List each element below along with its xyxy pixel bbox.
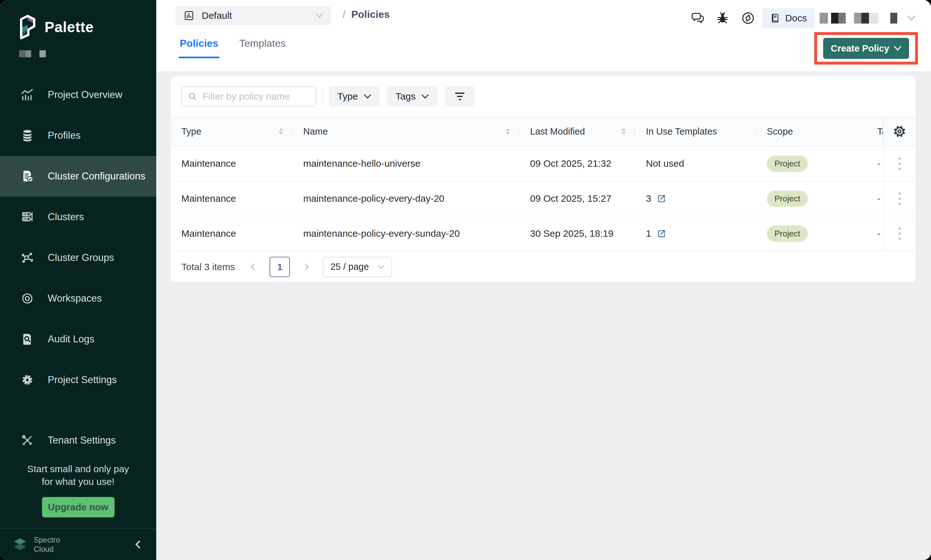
tab-templates[interactable]: Templates	[239, 37, 286, 58]
sidebar-item-label: Tenant Settings	[48, 435, 116, 446]
last-modified: 30 Sep 2025, 18:19	[530, 228, 614, 239]
tags-value-clipped: -	[877, 193, 880, 204]
external-link-icon	[656, 228, 666, 238]
redacted-block	[854, 13, 878, 23]
table-row[interactable]: Maintenance maintenance-policy-every-sun…	[171, 216, 916, 251]
chevron-down-icon	[315, 13, 323, 18]
sidebar-item-label: Profiles	[48, 130, 80, 141]
current-page-button[interactable]: 1	[269, 257, 290, 277]
sidebar-item-label: Project Overview	[48, 89, 122, 100]
spectro-cloud-logo-icon	[13, 537, 28, 552]
sidebar-item-clusters[interactable]: Clusters	[0, 197, 156, 237]
column-header-type[interactable]: Type	[182, 117, 292, 146]
last-modified: 09 Oct 2025, 15:27	[530, 193, 611, 204]
row-actions-menu[interactable]	[899, 228, 901, 240]
sidebar-nav: Project Overview Profiles	[0, 74, 156, 461]
table-header: Type Name Last Modified	[171, 117, 916, 146]
sidebar-item-label: Workspaces	[48, 293, 102, 304]
sidebar-item-cluster-groups[interactable]: Cluster Groups	[0, 237, 156, 278]
in-use-templates-link[interactable]: 1	[646, 228, 666, 239]
redacted-block	[831, 13, 846, 23]
main-area: Default / Policies	[156, 0, 931, 560]
create-policy-button[interactable]: Create Policy	[823, 38, 909, 59]
topbar: Default / Policies	[156, 0, 931, 71]
filter-icon-button[interactable]	[445, 86, 475, 106]
external-link-icon	[656, 194, 666, 204]
report-bug-icon[interactable]	[716, 11, 729, 25]
column-header-tags-clipped: Tags	[877, 117, 883, 146]
search-icon	[188, 92, 197, 101]
search-input[interactable]	[202, 91, 310, 102]
next-page-chevron-icon[interactable]	[302, 263, 309, 270]
sidebar-item-audit-logs[interactable]: Audit Logs	[0, 319, 156, 360]
row-actions-menu[interactable]	[899, 157, 901, 170]
policy-search-box[interactable]	[182, 86, 316, 106]
redacted-block	[40, 50, 46, 57]
scope-badge: Project	[767, 226, 808, 242]
sort-icon[interactable]	[622, 128, 626, 135]
project-redacted-info	[19, 50, 156, 57]
sidebar-item-label: Audit Logs	[48, 334, 94, 345]
user-menu-chevron-icon[interactable]	[907, 15, 916, 21]
sidebar-item-project-settings[interactable]: Project Settings	[0, 360, 156, 400]
pagination-total: Total 3 items	[182, 262, 235, 272]
document-search-icon	[20, 332, 35, 347]
filter-icon	[455, 92, 465, 94]
palette-logo[interactable]: Palette	[0, 0, 156, 40]
feedback-chat-icon[interactable]	[691, 11, 705, 25]
page-size-select[interactable]: 25 / page	[323, 257, 392, 277]
policy-name: maintenance-hello-universe	[303, 158, 421, 169]
tab-bar: Policies Templates	[180, 37, 286, 58]
redacted-block	[820, 13, 828, 23]
scope-badge: Project	[767, 155, 808, 172]
tab-policies[interactable]: Policies	[180, 37, 218, 58]
tags-value-clipped: -	[877, 228, 880, 239]
redacted-block	[19, 50, 31, 57]
tools-icon	[20, 433, 35, 448]
policy-name: maintenance-policy-every-sunday-20	[303, 228, 460, 239]
in-use-value: 1	[646, 228, 651, 239]
in-use-value: 3	[646, 193, 651, 204]
docs-button[interactable]: Docs	[762, 8, 814, 28]
app-window: Palette Project Overview	[0, 0, 931, 560]
collapse-sidebar-chevron-icon[interactable]	[135, 540, 143, 548]
column-settings-button[interactable]	[883, 117, 916, 146]
sidebar-item-label: Clusters	[48, 211, 84, 223]
sidebar-item-tenant-settings[interactable]: Tenant Settings	[0, 420, 156, 461]
sidebar-item-workspaces[interactable]: Workspaces	[0, 278, 156, 319]
orbit-icon	[20, 291, 35, 306]
last-modified: 09 Oct 2025, 21:32	[530, 158, 611, 169]
tags-value-clipped: -	[877, 158, 880, 169]
sort-icon[interactable]	[506, 128, 510, 135]
database-icon	[20, 128, 35, 143]
column-header-last-modified[interactable]: Last Modified	[519, 117, 635, 146]
column-header-in-use-templates: In Use Templates	[635, 117, 756, 146]
project-selector-dropdown[interactable]: Default	[175, 6, 331, 25]
tags-filter-dropdown[interactable]: Tags	[387, 86, 437, 106]
upgrade-now-button[interactable]: Upgrade now	[42, 497, 115, 517]
column-header-name[interactable]: Name	[292, 117, 519, 146]
previous-page-chevron-icon[interactable]	[251, 263, 257, 270]
spectro-cloud-wordmark: Spectro Cloud	[34, 535, 60, 554]
book-icon	[770, 13, 781, 23]
table-row[interactable]: Maintenance maintenance-policy-every-day…	[171, 182, 916, 216]
sidebar-footer: Spectro Cloud	[0, 528, 156, 560]
in-use-templates-link[interactable]: 3	[646, 193, 666, 204]
sidebar-item-label: Cluster Groups	[48, 252, 114, 263]
sidebar-item-profiles[interactable]: Profiles	[0, 115, 156, 156]
server-stack-icon	[20, 209, 35, 225]
breadcrumb-separator: /	[343, 9, 346, 20]
promo-text-line2: for what you use!	[13, 475, 143, 488]
sidebar-item-cluster-configurations[interactable]: Cluster Configurations	[0, 156, 156, 197]
sidebar-item-project-overview[interactable]: Project Overview	[0, 74, 156, 115]
logo-text: Palette	[45, 18, 94, 35]
breadcrumb-current: Policies	[351, 9, 390, 20]
document-check-icon	[20, 169, 35, 184]
table-row[interactable]: Maintenance maintenance-hello-universe 0…	[171, 146, 916, 182]
upgrade-promo: Start small and only pay for what you us…	[0, 463, 156, 488]
explore-compass-icon[interactable]	[741, 11, 756, 25]
row-actions-menu[interactable]	[899, 192, 901, 205]
type-filter-dropdown[interactable]: Type	[329, 86, 380, 106]
sort-icon[interactable]	[279, 128, 283, 135]
filter-toolbar: Type Tags	[171, 76, 916, 117]
